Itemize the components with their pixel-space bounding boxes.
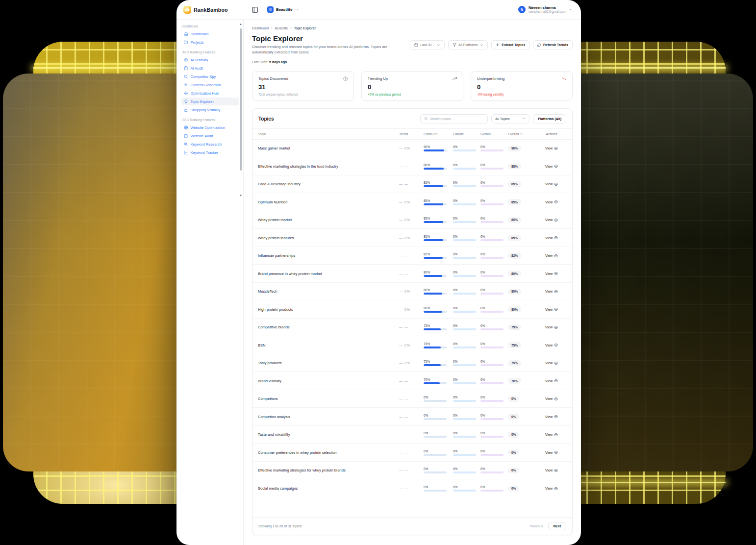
- table-row[interactable]: Mass gainer market— 0%90%0%0%90%View: [252, 140, 572, 158]
- sidebar-toggle-icon[interactable]: [252, 6, 258, 13]
- sidebar-item-ai-visibility[interactable]: AI Visibility: [181, 56, 239, 64]
- view-button[interactable]: View: [545, 272, 558, 275]
- chatgpt-score: 75%: [424, 360, 453, 366]
- sidebar-item-website-optimization[interactable]: Website Optimization: [181, 124, 239, 131]
- claude-score: 0%: [453, 449, 480, 456]
- eye-icon: [554, 200, 558, 204]
- sidebar-item-keyword-research[interactable]: Keyword Research: [181, 140, 239, 148]
- overall-badge: 82%: [508, 253, 521, 259]
- chatgpt-score: 85%: [424, 199, 453, 205]
- table-row[interactable]: Brand presence in whey protein market— —…: [252, 265, 572, 283]
- scroll-down-icon[interactable]: ▼: [239, 194, 242, 197]
- view-button[interactable]: View: [545, 290, 558, 294]
- next-button[interactable]: Next: [548, 522, 566, 530]
- view-button[interactable]: View: [545, 147, 558, 150]
- table-row[interactable]: Brand visibility— —70%0%0%70%View: [252, 372, 572, 390]
- table-rows: Mass gainer market— 0%90%0%0%90%ViewEffe…: [252, 140, 572, 517]
- workspace-selector[interactable]: Beastlife: [264, 5, 302, 14]
- breadcrumb-dashboard[interactable]: Dashboard: [252, 26, 269, 30]
- refresh-trends-button[interactable]: Refresh Trends: [533, 40, 573, 50]
- sidebar-item-topic-explorer[interactable]: Topic Explorer: [181, 98, 239, 105]
- sidebar-item-dashboard[interactable]: Dashboard: [181, 30, 239, 38]
- scroll-up-icon[interactable]: ▲: [239, 23, 242, 25]
- view-button[interactable]: View: [545, 487, 558, 491]
- chatgpt-score: 0%: [424, 396, 453, 402]
- table-row[interactable]: Competitors— —0%0%0%0%View: [252, 390, 572, 408]
- table-row[interactable]: Taste and mixability— —0%0%0%0%View: [252, 426, 572, 444]
- breadcrumb-workspace[interactable]: Beastlife: [275, 26, 288, 30]
- sidebar-item-ai-audit[interactable]: AI Audit: [181, 64, 239, 72]
- table-row[interactable]: Influencer partnerships— —82%0%0%82%View: [252, 247, 572, 265]
- view-button[interactable]: View: [545, 361, 558, 365]
- view-button[interactable]: View: [545, 307, 558, 311]
- view-button[interactable]: View: [545, 218, 558, 222]
- sidebar-item-competitor-spy[interactable]: Competitor Spy: [181, 73, 239, 80]
- view-button[interactable]: View: [545, 182, 558, 186]
- extract-topics-button[interactable]: Extract Topics: [491, 40, 529, 50]
- stat-title: Trending Up: [368, 76, 388, 81]
- table-row[interactable]: Competitor analysis— —0%0%0%0%View: [252, 408, 572, 426]
- date-range-button[interactable]: Last 30...: [410, 40, 445, 50]
- sidebar-item-website-audit[interactable]: Website Audit: [181, 132, 239, 140]
- table-row[interactable]: BSN— 0%75%0%0%75%View: [252, 336, 572, 354]
- trend-value: — 0%: [399, 361, 424, 365]
- eye-icon: [554, 272, 558, 275]
- chatgpt-score: 85%: [424, 181, 453, 187]
- sidebar-item-projects[interactable]: Projects: [181, 38, 239, 46]
- info-icon[interactable]: [343, 76, 348, 81]
- platform-filter-button[interactable]: All Platforms: [448, 40, 488, 50]
- view-button[interactable]: View: [545, 254, 558, 258]
- view-button[interactable]: View: [545, 236, 558, 240]
- col-gemini: Gemini: [480, 132, 508, 136]
- trend-value: — —: [399, 451, 424, 454]
- sidebar-scrollbar[interactable]: ▲ ▼: [239, 23, 242, 197]
- topics-filter-select[interactable]: All Topics: [491, 114, 529, 124]
- sidebar-item-keyword-tracker[interactable]: Keyword Tracker: [181, 149, 239, 156]
- previous-button[interactable]: Previous: [530, 524, 543, 528]
- view-button[interactable]: View: [545, 379, 558, 383]
- platforms-all-button[interactable]: Platforms (All): [533, 114, 566, 124]
- keyword-icon: [184, 142, 188, 147]
- view-button[interactable]: View: [545, 343, 558, 347]
- brand-logo[interactable]: RankBamboo: [176, 6, 244, 14]
- table-row[interactable]: Effective marketing strategies in the fo…: [252, 157, 572, 175]
- table-row[interactable]: Whey protein features— 0%85%0%0%85%View: [252, 229, 572, 247]
- table-row[interactable]: Tasty products— 0%75%0%0%75%View: [252, 354, 572, 372]
- view-button[interactable]: View: [545, 397, 558, 401]
- gemini-score: 0%: [480, 199, 508, 205]
- table-row[interactable]: Social media campaigns— —0%0%0%0%View: [252, 479, 572, 497]
- scrollbar-thumb[interactable]: [240, 28, 242, 171]
- view-button[interactable]: View: [545, 450, 558, 454]
- sidebar-item-shopping-visibility[interactable]: Shopping Visibility: [181, 106, 239, 114]
- page-title: Topic Explorer: [252, 34, 399, 43]
- table-row[interactable]: Optimum Nutrition— 0%85%0%0%85%View: [252, 193, 572, 211]
- chevron-down-icon: [479, 43, 483, 47]
- topic-name: Effective marketing strategies for whey …: [258, 468, 399, 472]
- search-input[interactable]: [429, 117, 484, 121]
- sidebar-item-optimization-hub[interactable]: Optimization Hub: [181, 89, 239, 97]
- table-row[interactable]: Whey protein market— 0%85%0%0%85%View: [252, 211, 572, 229]
- view-button[interactable]: View: [545, 164, 558, 168]
- table-row[interactable]: Food & Beverage industry— —85%0%0%85%Vie…: [252, 175, 572, 194]
- chatgpt-score: 70%: [424, 378, 453, 384]
- user-menu[interactable]: N Naveen sharma navisharma31@gmail.com: [518, 5, 581, 14]
- col-overall-sort[interactable]: Overall: [508, 132, 536, 136]
- gemini-score: 0%: [480, 217, 508, 223]
- view-button[interactable]: View: [545, 325, 558, 329]
- topic-name: Tasty products: [258, 361, 399, 365]
- view-button[interactable]: View: [545, 433, 558, 437]
- claude-score: 0%: [453, 217, 480, 223]
- table-row[interactable]: Consumer preferences in whey protein sel…: [252, 444, 572, 462]
- view-button[interactable]: View: [545, 200, 558, 204]
- table-row[interactable]: High-protein products— 0%80%0%0%80%View: [252, 300, 572, 319]
- col-trend: Trend: [399, 132, 424, 136]
- table-row[interactable]: MuscleTech— 0%80%0%0%80%View: [252, 283, 572, 301]
- sidebar-item-content-generator[interactable]: Content Generator: [181, 81, 239, 89]
- view-button[interactable]: View: [545, 469, 558, 472]
- gemini-score: 0%: [480, 324, 508, 330]
- page-toolbar: Last 30... All Platforms Extract Topics: [410, 40, 573, 50]
- view-button[interactable]: View: [545, 415, 558, 419]
- table-row[interactable]: Effective marketing strategies for whey …: [252, 462, 572, 480]
- topic-name: Brand presence in whey protein market: [258, 272, 399, 276]
- table-row[interactable]: Competitive brands— —75%0%0%75%View: [252, 319, 572, 337]
